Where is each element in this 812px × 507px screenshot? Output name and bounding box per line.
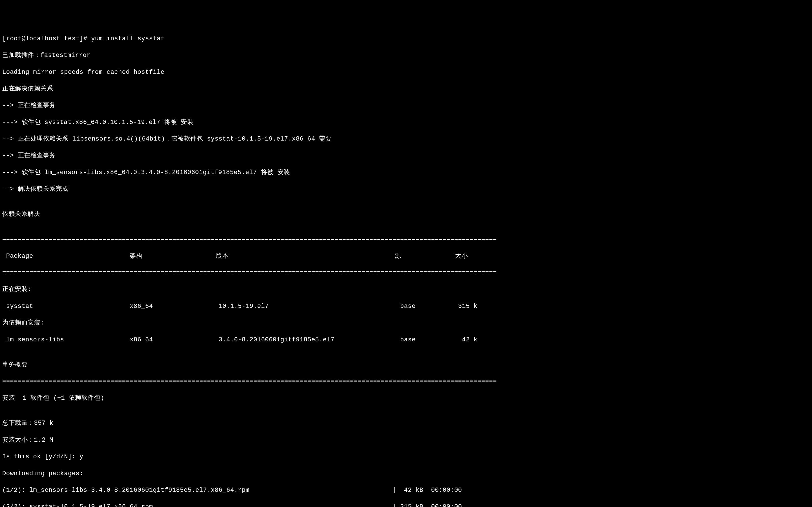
terminal-output: ---> 软件包 sysstat.x86_64.0.10.1.5-19.el7 … [2,118,810,127]
terminal-output: --> 正在处理依赖关系 libsensors.so.4()(64bit)，它被… [2,135,810,144]
terminal-output: --> 解决依赖关系完成 [2,185,810,193]
terminal-output: 已加载插件：fastestmirror [2,51,810,60]
download-row: (1/2): lm_sensors-libs-3.4.0-8.20160601g… [2,486,810,495]
terminal-output: --> 正在检查事务 [2,152,810,160]
terminal-output: 总下载量：357 k [2,419,810,428]
terminal-prompt: [root@localhost test]# yum install sysst… [2,35,810,43]
separator: ========================================… [2,378,810,386]
separator: ========================================… [2,235,810,244]
terminal-output: 正在解决依赖关系 [2,85,810,93]
separator: ========================================… [2,269,810,277]
table-header: Package 架构 版本 源 大小 [2,252,810,261]
download-row: (2/2): sysstat-10.1.5-19.el7.x86_64.rpm … [2,503,810,507]
terminal-output: Downloading packages: [2,469,810,478]
terminal-output: ---> 软件包 lm_sensors-libs.x86_64.0.3.4.0-… [2,168,810,177]
section-label: 为依赖而安装: [2,319,810,327]
package-row: lm_sensors-libs x86_64 3.4.0-8.20160601g… [2,336,810,344]
package-row: sysstat x86_64 10.1.5-19.el7 base 315 k [2,302,810,311]
confirmation-prompt[interactable]: Is this ok [y/d/N]: y [2,453,810,461]
section-label: 事务概要 [2,361,810,369]
terminal-output: 依赖关系解决 [2,210,810,219]
terminal-output: 安装 1 软件包 (+1 依赖软件包) [2,394,810,402]
terminal-output: Loading mirror speeds from cached hostfi… [2,68,810,76]
terminal-output: 安装大小：1.2 M [2,436,810,445]
terminal-output: --> 正在检查事务 [2,101,810,110]
section-label: 正在安装: [2,285,810,294]
